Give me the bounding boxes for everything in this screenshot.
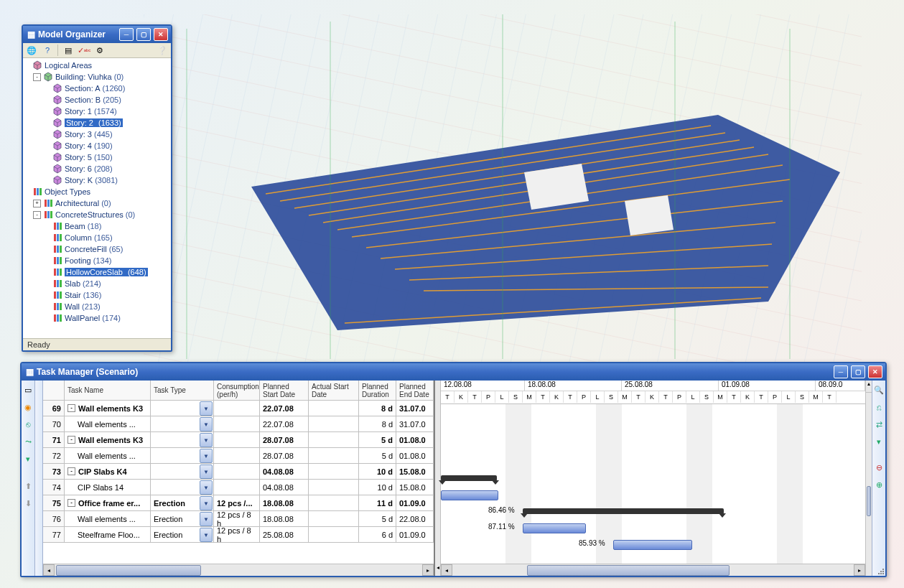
col-rownum[interactable] [43, 381, 65, 401]
maximize-button[interactable]: ▢ [136, 28, 151, 41]
tree-story-3[interactable]: Story: 4 (190) [23, 140, 171, 151]
tool-icon[interactable]: ⤳ [22, 435, 34, 448]
gantt-vscrollbar[interactable]: ▴ [865, 381, 872, 576]
cell-tasktype[interactable]: ▼ [151, 448, 214, 464]
cell-tasktype[interactable]: ▼ [151, 401, 214, 416]
col-pdur[interactable]: Planned Duration [359, 381, 396, 401]
expand-toggle[interactable]: - [67, 467, 75, 475]
down-icon[interactable]: ▾ [872, 435, 885, 448]
tree-story-4[interactable]: Story: 5 (150) [23, 151, 171, 163]
gantt-bar[interactable] [441, 490, 498, 500]
tree-story-1[interactable]: Story: 2 (1633) [23, 117, 171, 129]
up-arrow-icon[interactable]: ⬆ [22, 480, 34, 493]
expand-toggle[interactable]: - [67, 499, 75, 507]
dropdown-icon[interactable]: ▼ [200, 465, 213, 479]
link-tool-icon[interactable]: ⎋ [22, 418, 34, 431]
gantt-bar[interactable] [523, 523, 586, 533]
model-organizer-titlebar[interactable]: ▦ Model Organizer ─ ▢ ✕ [23, 26, 171, 43]
gantt-bar[interactable] [441, 475, 497, 481]
select-tool-icon[interactable]: ▭ [22, 383, 34, 396]
expand-toggle[interactable]: - [67, 436, 75, 444]
expand-toggle[interactable]: - [33, 73, 41, 81]
tree-architectural[interactable]: +Architectural (0) [23, 197, 171, 209]
tree-ctype-1[interactable]: Column (165) [23, 232, 171, 243]
minimize-button[interactable]: ─ [834, 365, 848, 378]
gantt-chart[interactable]: 12.08.0818.08.0825.08.0801.09.0808.09.0 … [441, 381, 865, 576]
table-row[interactable]: 76Wall elements ...Erection▼12 pcs / 8 h… [43, 511, 434, 527]
table-row[interactable]: 69-Wall elements K3▼22.07.088 d31.07.0 [43, 401, 434, 416]
help-icon[interactable]: ? [42, 45, 53, 56]
cell-tasktype[interactable]: Erection▼ [151, 527, 214, 543]
green-tool-icon[interactable]: ⊕ [872, 478, 885, 491]
dropdown-icon[interactable]: ▼ [200, 433, 213, 447]
gantt-bar[interactable] [613, 540, 692, 550]
gear-icon[interactable]: ⚙ [94, 45, 106, 56]
gantt-hscrollbar[interactable]: ◂ ▸ [441, 564, 865, 576]
scroll-left-icon[interactable]: ◂ [441, 564, 452, 576]
red-tool-icon[interactable]: ⊖ [872, 461, 885, 474]
tree-building[interactable]: -Building: Viuhka (0) [23, 71, 171, 83]
zoom-icon[interactable]: 🔍 [872, 383, 885, 396]
help-button[interactable]: ❔ [157, 45, 168, 56]
dropdown-icon[interactable]: ▼ [200, 417, 213, 431]
scroll-up-icon[interactable]: ▴ [866, 381, 872, 393]
dropdown-icon[interactable]: ▼ [200, 512, 213, 526]
scroll-left-icon[interactable]: ◂ [43, 564, 55, 576]
task-manager-titlebar[interactable]: ▦ Task Manager (Scenario) ─ ▢ ✕ [22, 363, 885, 381]
tree-logical-areas[interactable]: Logical Areas [23, 60, 171, 71]
tree-ctype-7[interactable]: Wall (213) [23, 301, 171, 312]
tree-view[interactable]: Logical Areas-Building: Viuhka (0)Sectio… [23, 58, 171, 338]
expand-toggle[interactable]: - [33, 211, 41, 219]
table-row[interactable]: 71-Wall elements K3▼28.07.085 d01.08.0 [43, 432, 434, 448]
check-icon[interactable]: ✓abc [78, 45, 90, 56]
col-astart[interactable]: Actual Start Date [309, 381, 359, 401]
cell-tasktype[interactable]: Erection▼ [151, 511, 214, 527]
world-tool-icon[interactable]: ◉ [22, 401, 34, 414]
tree-ctype-8[interactable]: WallPanel (174) [23, 312, 171, 324]
table-row[interactable]: 73-CIP Slabs K4▼04.08.0810 d15.08.0 [43, 464, 434, 480]
close-button[interactable]: ✕ [154, 28, 168, 41]
col-pend[interactable]: Planned End Date [396, 381, 434, 401]
cell-tasktype[interactable]: ▼ [151, 464, 214, 480]
dropdown-icon[interactable]: ▼ [200, 496, 213, 510]
gantt-bar[interactable] [523, 508, 724, 514]
tree-ctype-4[interactable]: HollowCoreSlab (648) [23, 266, 171, 278]
tree-ctype-6[interactable]: Stair (136) [23, 289, 171, 301]
tree-story-0[interactable]: Story: 1 (1574) [23, 106, 171, 117]
dropdown-icon[interactable]: ▼ [200, 449, 213, 463]
cell-tasktype[interactable]: ▼ [151, 416, 214, 432]
maximize-button[interactable]: ▢ [851, 365, 865, 378]
table-row[interactable]: 70Wall elements ...▼22.07.088 d31.07.0 [43, 416, 434, 432]
scroll-thumb[interactable] [867, 486, 871, 516]
close-button[interactable]: ✕ [868, 365, 882, 378]
dropdown-tool-icon[interactable]: ▾ [22, 452, 34, 465]
col-pstart[interactable]: Planned Start Date [260, 381, 309, 401]
grid-hscrollbar[interactable]: ◂ ▸ [43, 564, 434, 576]
col-taskname[interactable]: Task Name [65, 381, 151, 401]
col-consumption[interactable]: Consumption (per/h) [214, 381, 260, 401]
scroll-right-icon[interactable]: ▸ [422, 564, 434, 576]
tool-icon[interactable]: ⇄ [872, 418, 885, 431]
tree-story-6[interactable]: Story: K (3081) [23, 174, 171, 186]
tool-icon[interactable]: ⎌ [872, 401, 885, 414]
dropdown-icon[interactable]: ▼ [200, 401, 213, 416]
table-row[interactable]: 74CIP Slabs 14▼04.08.0810 d15.08.0 [43, 480, 434, 495]
tree-ctype-2[interactable]: ConcreteFill (65) [23, 243, 171, 255]
tree-story-2[interactable]: Story: 3 (445) [23, 129, 171, 140]
tree-object-types[interactable]: Object Types [23, 186, 171, 197]
expand-toggle[interactable]: - [67, 404, 75, 412]
table-row[interactable]: 77Steelframe Floo...Erection▼12 pcs / 8 … [43, 527, 434, 543]
tree-ctype-5[interactable]: Slab (214) [23, 278, 171, 289]
tree-story-5[interactable]: Story: 6 (208) [23, 163, 171, 174]
resize-grip[interactable] [875, 566, 885, 576]
table-row[interactable]: 72Wall elements ...▼28.07.085 d01.08.0 [43, 448, 434, 464]
tree-concrete[interactable]: -ConcreteStructures (0) [23, 209, 171, 220]
cell-tasktype[interactable]: ▼ [151, 432, 214, 448]
dropdown-icon[interactable]: ▼ [200, 528, 213, 542]
cell-tasktype[interactable]: ▼ [151, 480, 214, 495]
world-icon[interactable]: 🌐 [26, 45, 37, 56]
dropdown-icon[interactable]: ▼ [200, 480, 213, 495]
scroll-thumb[interactable] [527, 565, 730, 576]
expand-toggle[interactable]: + [33, 200, 41, 207]
minimize-button[interactable]: ─ [119, 28, 134, 41]
